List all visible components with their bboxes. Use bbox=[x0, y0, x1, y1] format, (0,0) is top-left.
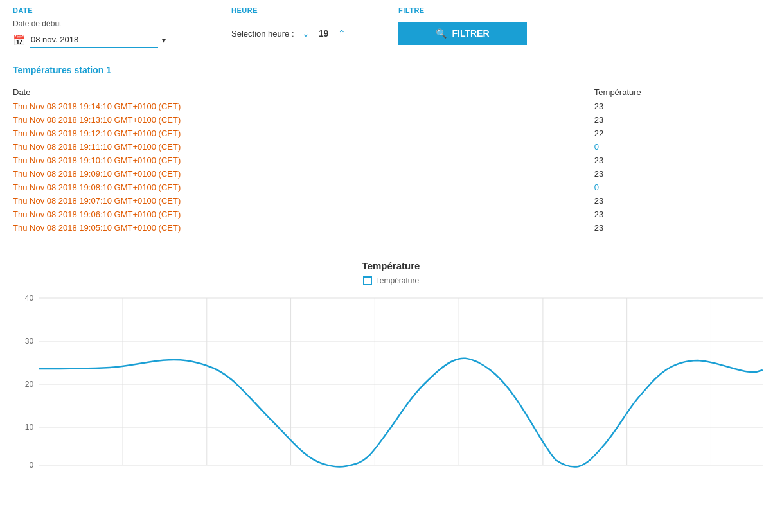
hour-decrement-button[interactable]: ⌄ bbox=[299, 27, 312, 40]
table-temp-cell: 23 bbox=[594, 221, 769, 235]
table-date-cell: Thu Nov 08 2018 19:11:10 GMT+0100 (CET) bbox=[13, 140, 594, 154]
date-debut-label: Date de début bbox=[13, 19, 193, 28]
date-input-row: 📅 ▾ bbox=[13, 32, 193, 48]
svg-text:0: 0 bbox=[29, 461, 33, 470]
svg-text:20: 20 bbox=[25, 380, 34, 389]
table-temp-cell: 23 bbox=[594, 167, 769, 181]
table-temp-cell: 0 bbox=[594, 181, 769, 194]
filtre-section-header: Filtre bbox=[398, 6, 527, 14]
legend-label: Température bbox=[376, 276, 419, 285]
table-row: Thu Nov 08 2018 19:06:10 GMT+0100 (CET)2… bbox=[13, 208, 769, 221]
table-temp-cell: 23 bbox=[594, 154, 769, 167]
hour-increment-button[interactable]: ⌃ bbox=[335, 27, 348, 40]
chart-legend: Température bbox=[13, 276, 769, 285]
table-row: Thu Nov 08 2018 19:08:10 GMT+0100 (CET)0 bbox=[13, 181, 769, 194]
data-table: Date Température Thu Nov 08 2018 19:14:1… bbox=[13, 85, 769, 235]
table-row: Thu Nov 08 2018 19:07:10 GMT+0100 (CET)2… bbox=[13, 194, 769, 208]
table-date-cell: Thu Nov 08 2018 19:05:10 GMT+0100 (CET) bbox=[13, 221, 594, 235]
table-date-cell: Thu Nov 08 2018 19:13:10 GMT+0100 (CET) bbox=[13, 113, 594, 127]
station-title: Températures station 1 bbox=[13, 65, 769, 75]
table-row: Thu Nov 08 2018 19:13:10 GMT+0100 (CET)2… bbox=[13, 113, 769, 127]
top-bar: Date Date de début 📅 ▾ Heure Selection h… bbox=[13, 6, 769, 55]
table-date-cell: Thu Nov 08 2018 19:10:10 GMT+0100 (CET) bbox=[13, 154, 594, 167]
filter-button-label: FILTRER bbox=[452, 28, 489, 39]
date-section-header: Date bbox=[13, 6, 193, 14]
filter-button[interactable]: 🔍 FILTRER bbox=[398, 22, 527, 45]
col-date-header: Date bbox=[13, 85, 594, 100]
chart-title: Température bbox=[13, 260, 769, 271]
table-temp-cell: 23 bbox=[594, 100, 769, 113]
filtre-section: Filtre 🔍 FILTRER bbox=[398, 6, 527, 45]
table-date-cell: Thu Nov 08 2018 19:08:10 GMT+0100 (CET) bbox=[13, 181, 594, 194]
table-row: Thu Nov 08 2018 19:05:10 GMT+0100 (CET)2… bbox=[13, 221, 769, 235]
table-date-cell: Thu Nov 08 2018 19:09:10 GMT+0100 (CET) bbox=[13, 167, 594, 181]
table-temp-cell: 22 bbox=[594, 127, 769, 140]
heure-section: Heure Selection heure : ⌄ 19 ⌃ bbox=[231, 6, 360, 40]
table-body: Thu Nov 08 2018 19:14:10 GMT+0100 (CET)2… bbox=[13, 100, 769, 235]
table-row: Thu Nov 08 2018 19:10:10 GMT+0100 (CET)2… bbox=[13, 154, 769, 167]
table-row: Thu Nov 08 2018 19:09:10 GMT+0100 (CET)2… bbox=[13, 167, 769, 181]
chart-svg: 40 30 20 10 0 bbox=[13, 292, 769, 472]
table-date-cell: Thu Nov 08 2018 19:07:10 GMT+0100 (CET) bbox=[13, 194, 594, 208]
svg-text:30: 30 bbox=[25, 337, 34, 346]
selection-heure-label: Selection heure : bbox=[231, 29, 294, 39]
table-temp-cell: 23 bbox=[594, 113, 769, 127]
table-temp-cell: 0 bbox=[594, 140, 769, 154]
search-icon: 🔍 bbox=[436, 28, 447, 39]
table-row: Thu Nov 08 2018 19:12:10 GMT+0100 (CET)2… bbox=[13, 127, 769, 140]
table-row: Thu Nov 08 2018 19:11:10 GMT+0100 (CET)0 bbox=[13, 140, 769, 154]
date-dropdown-arrow[interactable]: ▾ bbox=[162, 36, 166, 45]
svg-text:40: 40 bbox=[25, 294, 34, 303]
table-date-cell: Thu Nov 08 2018 19:12:10 GMT+0100 (CET) bbox=[13, 127, 594, 140]
chart-container: Température Température 40 30 20 10 bbox=[13, 254, 769, 478]
table-row: Thu Nov 08 2018 19:14:10 GMT+0100 (CET)2… bbox=[13, 100, 769, 113]
svg-text:10: 10 bbox=[25, 423, 34, 432]
date-input[interactable] bbox=[30, 32, 158, 48]
chart-area: 40 30 20 10 0 bbox=[13, 292, 769, 472]
selection-heure-row: Selection heure : ⌄ 19 ⌃ bbox=[231, 27, 360, 40]
col-temp-header: Température bbox=[594, 85, 769, 100]
calendar-icon: 📅 bbox=[13, 34, 26, 46]
table-date-cell: Thu Nov 08 2018 19:06:10 GMT+0100 (CET) bbox=[13, 208, 594, 221]
date-section: Date Date de début 📅 ▾ bbox=[13, 6, 193, 48]
hour-controls: ⌄ 19 ⌃ bbox=[299, 27, 348, 40]
legend-box bbox=[363, 276, 372, 285]
hour-value: 19 bbox=[316, 28, 332, 39]
table-temp-cell: 23 bbox=[594, 194, 769, 208]
heure-section-header: Heure bbox=[231, 6, 360, 14]
table-temp-cell: 23 bbox=[594, 208, 769, 221]
table-date-cell: Thu Nov 08 2018 19:14:10 GMT+0100 (CET) bbox=[13, 100, 594, 113]
